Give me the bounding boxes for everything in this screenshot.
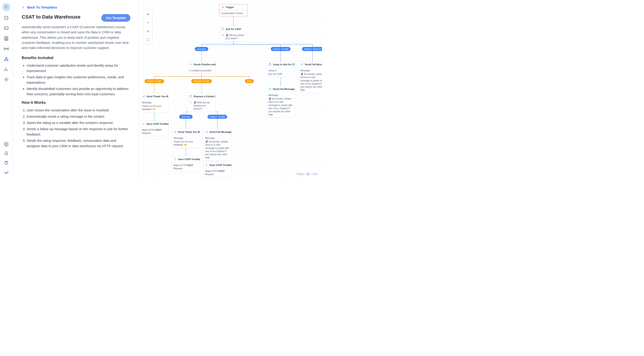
node-message: 🔮 No worries, please send us a new messa… [268, 97, 292, 116]
svg-point-8 [6, 79, 7, 80]
list-item: Understand customer satisfaction levels … [26, 63, 130, 74]
branch-pill-invalid: Failure: Invalid [271, 47, 290, 51]
workflow-canvas[interactable]: Success Failure: Invalid Failure: Timeou… [139, 0, 322, 178]
help-icon[interactable] [4, 160, 9, 166]
node-subtitle: 2 conditions provided [189, 69, 211, 72]
node-title: Send Thank You Mess… [178, 130, 200, 133]
list-item: Saves the rating as a variable after the… [26, 120, 130, 126]
node-label: Message: [268, 94, 293, 96]
node-save-1[interactable]: Save CSAT Feedback 1 Make HTTP POST Requ… [140, 121, 168, 136]
steps-total: 100 [312, 172, 318, 176]
node-message: Thank you for your feedback 🤝 [142, 105, 162, 110]
svg-point-10 [148, 31, 148, 32]
node-save-3[interactable]: Save CSAT Feedback 3 Make HTTP POST Requ… [203, 162, 232, 177]
node-thank-1[interactable]: Send Thank You Mess… Message:Thank you f… [140, 93, 168, 112]
list-item: User closes the conversation after the i… [26, 108, 130, 113]
broadcast-icon[interactable] [4, 46, 9, 52]
benefits-list: Understand customer satisfaction levels … [22, 63, 130, 97]
dashboard-icon[interactable] [4, 15, 9, 20]
node-jump[interactable]: Jump to Ask for CSAT Jump toAsk for CSAT [266, 61, 295, 77]
node-followup[interactable]: Request a Follow Up F… 🔮 How can we impr… [187, 93, 216, 112]
fullscreen-button[interactable] [144, 36, 152, 44]
text-icon [221, 34, 224, 37]
http-method: POST [155, 128, 162, 131]
http-method: POST [218, 170, 225, 172]
http-pre: Make HTTP [205, 170, 218, 172]
user-avatar[interactable] [4, 142, 9, 147]
send-icon [174, 130, 177, 134]
details-panel: Back To Templates CSAT to Data Warehouse… [13, 0, 139, 178]
branch-pill-timeout: Failure: Timeout [302, 47, 322, 51]
workflows-icon[interactable] [4, 56, 9, 62]
node-message: 🔮 How can we improve our service? [194, 101, 214, 110]
node-title: Send Fail Message 1 [210, 130, 232, 133]
list-item: Identify dissatisfied customers and prov… [26, 86, 130, 97]
node-title: Send Fail Message 3 [305, 63, 322, 66]
steps-current: 12 [306, 172, 310, 176]
text-input-icon [189, 101, 192, 104]
node-title: Request a Follow Up F… [194, 95, 216, 98]
jump-target-link[interactable]: Ask for CSAT [268, 73, 282, 75]
workspace-avatar[interactable]: C [2, 3, 10, 11]
branch-pill-success: Success [195, 47, 208, 51]
back-link[interactable]: Back To Templates [22, 5, 130, 9]
node-title: Ask for CSAT [226, 28, 241, 30]
http-icon [142, 122, 145, 126]
steps-counter: Steps: 12 / 100 [296, 172, 318, 176]
node-title: Send Thank You Mess… [146, 95, 168, 98]
page-title: CSAT to Data Warehouse [22, 14, 80, 20]
zoom-out-button[interactable] [144, 18, 152, 27]
settings-icon[interactable] [4, 77, 9, 82]
node-title: Jump to Ask for CSAT [273, 63, 295, 66]
app-sidebar: C [0, 0, 13, 178]
svg-rect-7 [7, 60, 8, 61]
how-heading: How It Works [22, 100, 130, 105]
node-message: Thank you for your feedback 🤝 [174, 140, 193, 146]
list-item: Sends the rating response, feedback, con… [26, 138, 130, 149]
use-template-button[interactable]: Use Template [101, 14, 130, 22]
send-icon [142, 95, 145, 98]
http-post: Request [142, 132, 151, 134]
node-label: Message: [174, 136, 198, 140]
zoom-in-button[interactable] [144, 10, 152, 18]
svg-point-3 [6, 37, 7, 39]
list-item: Automatically sends a rating message to … [26, 114, 130, 119]
list-item: Sends a follow up message based on the r… [26, 126, 130, 137]
node-fail-3[interactable]: Send Fail Message 3 Message:🔮 No worries… [298, 61, 322, 93]
node-label: Message: [142, 101, 166, 104]
how-list: User closes the conversation after the i… [22, 108, 130, 149]
node-title: Trigger [226, 6, 234, 8]
node-fail-2[interactable]: Send Fail Message 2 Message:🔮 No worries… [266, 86, 295, 118]
steps-sep: / [310, 172, 312, 176]
node-save-2[interactable]: Save CSAT Feedback 2 Make HTTP POST Requ… [172, 156, 200, 172]
http-pre: Make HTTP [142, 128, 155, 131]
node-route[interactable]: Route Positive and Ne… 2 conditions prov… [187, 61, 216, 74]
node-ask-csat[interactable]: Ask for CSAT 🔮 Did we resolve your issue… [219, 26, 248, 41]
http-icon [174, 158, 177, 161]
app-logo-icon[interactable] [4, 170, 9, 175]
svg-point-4 [6, 48, 7, 49]
node-subtitle: Conversation Closed [221, 12, 243, 14]
node-trigger[interactable]: Trigger Conversation Closed [219, 4, 248, 16]
question-icon [189, 95, 192, 98]
notifications-icon[interactable] [4, 151, 9, 156]
reports-icon[interactable] [4, 67, 9, 72]
node-label: Message: [300, 69, 322, 72]
chevron-left-icon [22, 6, 25, 9]
http-post: Request [205, 173, 214, 176]
back-link-label: Back To Templates [27, 5, 57, 9]
node-thank-2[interactable]: Send Thank You Mess… Message:Thank you f… [172, 129, 200, 148]
node-message: 🔮 Did we resolve your issue? [226, 34, 246, 40]
node-title: Send Fail Message 2 [273, 88, 295, 90]
node-title: Save CSAT Feedback 3 [210, 164, 232, 166]
center-button[interactable] [144, 27, 152, 36]
node-fail-1[interactable]: Send Fail Message 1 Message:🔮 No worries… [203, 129, 232, 160]
svg-rect-1 [4, 27, 8, 30]
node-label: Jump to [268, 69, 293, 72]
benefits-heading: Benefits Included [22, 56, 130, 60]
inbox-icon[interactable] [4, 26, 9, 31]
http-pre: Make HTTP [174, 164, 187, 166]
contacts-icon[interactable] [4, 36, 9, 41]
send-icon [205, 130, 208, 134]
branch-pill-invalid-2: Failure: Invalid [208, 115, 227, 119]
